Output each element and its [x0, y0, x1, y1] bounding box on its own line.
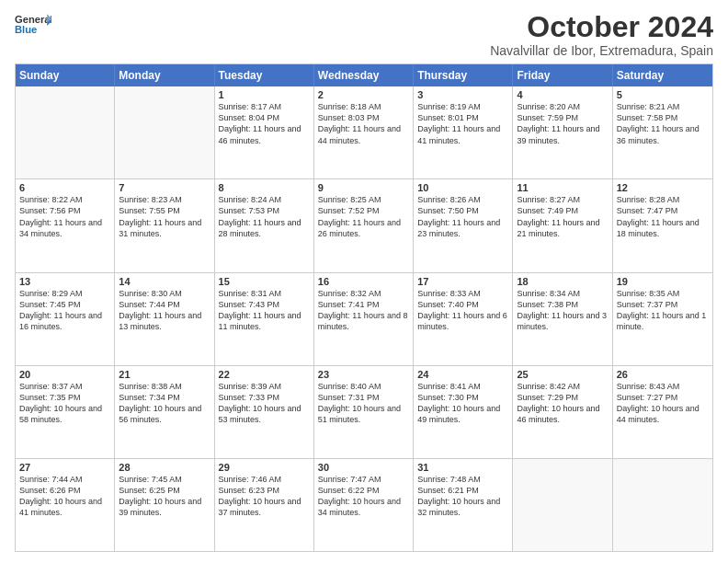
day-number: 14: [119, 276, 210, 287]
calendar-week-2: 6Sunrise: 8:22 AM Sunset: 7:56 PM Daylig…: [16, 179, 712, 272]
day-number: 17: [417, 276, 508, 287]
cell-info: Sunrise: 7:46 AM Sunset: 6:23 PM Dayligh…: [219, 474, 310, 519]
table-row: 13Sunrise: 8:29 AM Sunset: 7:45 PM Dayli…: [16, 273, 115, 365]
day-number: 2: [318, 89, 409, 100]
table-row: 1Sunrise: 8:17 AM Sunset: 8:04 PM Daylig…: [215, 86, 314, 178]
table-row: 16Sunrise: 8:32 AM Sunset: 7:41 PM Dayli…: [314, 273, 414, 365]
table-row: 21Sunrise: 8:38 AM Sunset: 7:34 PM Dayli…: [115, 366, 214, 458]
table-row: 31Sunrise: 7:48 AM Sunset: 6:21 PM Dayli…: [414, 459, 513, 551]
day-number: 11: [517, 182, 608, 193]
calendar-week-3: 13Sunrise: 8:29 AM Sunset: 7:45 PM Dayli…: [16, 273, 712, 366]
cell-info: Sunrise: 8:29 AM Sunset: 7:45 PM Dayligh…: [19, 288, 110, 333]
table-row: [613, 459, 712, 551]
table-row: 7Sunrise: 8:23 AM Sunset: 7:55 PM Daylig…: [115, 179, 214, 271]
table-row: 24Sunrise: 8:41 AM Sunset: 7:30 PM Dayli…: [414, 366, 513, 458]
day-number: 28: [119, 462, 210, 473]
calendar: SundayMondayTuesdayWednesdayThursdayFrid…: [15, 63, 713, 552]
logo-icon: General Blue: [15, 11, 51, 40]
cell-info: Sunrise: 8:30 AM Sunset: 7:44 PM Dayligh…: [119, 288, 210, 333]
day-number: 13: [19, 276, 110, 287]
header: General Blue October 2024 Navalvillar de…: [15, 11, 713, 58]
day-number: 22: [219, 369, 310, 380]
logo: General Blue: [15, 11, 51, 40]
day-number: 15: [219, 276, 310, 287]
cell-info: Sunrise: 8:23 AM Sunset: 7:55 PM Dayligh…: [119, 194, 210, 239]
day-number: 27: [19, 462, 110, 473]
cell-info: Sunrise: 8:32 AM Sunset: 7:41 PM Dayligh…: [318, 288, 409, 333]
cell-info: Sunrise: 8:39 AM Sunset: 7:33 PM Dayligh…: [219, 381, 310, 426]
table-row: 29Sunrise: 7:46 AM Sunset: 6:23 PM Dayli…: [215, 459, 314, 551]
day-number: 3: [417, 89, 508, 100]
day-number: 8: [219, 182, 310, 193]
table-row: 25Sunrise: 8:42 AM Sunset: 7:29 PM Dayli…: [513, 366, 612, 458]
day-number: 5: [617, 89, 709, 100]
day-header-monday: Monday: [115, 64, 214, 86]
cell-info: Sunrise: 7:45 AM Sunset: 6:25 PM Dayligh…: [119, 474, 210, 519]
cell-info: Sunrise: 8:31 AM Sunset: 7:43 PM Dayligh…: [219, 288, 310, 333]
cell-info: Sunrise: 8:18 AM Sunset: 8:03 PM Dayligh…: [318, 101, 409, 146]
day-header-tuesday: Tuesday: [215, 64, 314, 86]
cell-info: Sunrise: 8:38 AM Sunset: 7:34 PM Dayligh…: [119, 381, 210, 426]
cell-info: Sunrise: 8:17 AM Sunset: 8:04 PM Dayligh…: [219, 101, 310, 146]
cell-info: Sunrise: 8:37 AM Sunset: 7:35 PM Dayligh…: [19, 381, 110, 426]
day-number: 31: [417, 462, 508, 473]
day-number: 16: [318, 276, 409, 287]
day-header-saturday: Saturday: [613, 64, 712, 86]
cell-info: Sunrise: 8:24 AM Sunset: 7:53 PM Dayligh…: [219, 194, 310, 239]
day-number: 20: [19, 369, 110, 380]
calendar-week-4: 20Sunrise: 8:37 AM Sunset: 7:35 PM Dayli…: [16, 366, 712, 459]
table-row: 11Sunrise: 8:27 AM Sunset: 7:49 PM Dayli…: [513, 179, 612, 271]
day-header-wednesday: Wednesday: [314, 64, 414, 86]
cell-info: Sunrise: 7:48 AM Sunset: 6:21 PM Dayligh…: [417, 474, 508, 519]
calendar-subtitle: Navalvillar de Ibor, Extremadura, Spain: [490, 43, 713, 58]
day-number: 12: [617, 182, 709, 193]
day-number: 10: [417, 182, 508, 193]
table-row: 10Sunrise: 8:26 AM Sunset: 7:50 PM Dayli…: [414, 179, 513, 271]
table-row: 27Sunrise: 7:44 AM Sunset: 6:26 PM Dayli…: [16, 459, 115, 551]
table-row: [513, 459, 612, 551]
day-number: 19: [617, 276, 709, 287]
cell-info: Sunrise: 7:47 AM Sunset: 6:22 PM Dayligh…: [318, 474, 409, 519]
table-row: 30Sunrise: 7:47 AM Sunset: 6:22 PM Dayli…: [314, 459, 414, 551]
day-number: 4: [517, 89, 608, 100]
day-number: 21: [119, 369, 210, 380]
day-number: 6: [19, 182, 110, 193]
table-row: 6Sunrise: 8:22 AM Sunset: 7:56 PM Daylig…: [16, 179, 115, 271]
cell-info: Sunrise: 8:19 AM Sunset: 8:01 PM Dayligh…: [417, 101, 508, 146]
table-row: 23Sunrise: 8:40 AM Sunset: 7:31 PM Dayli…: [314, 366, 414, 458]
table-row: 14Sunrise: 8:30 AM Sunset: 7:44 PM Dayli…: [115, 273, 214, 365]
day-number: 26: [617, 369, 709, 380]
table-row: 19Sunrise: 8:35 AM Sunset: 7:37 PM Dayli…: [613, 273, 712, 365]
cell-info: Sunrise: 8:27 AM Sunset: 7:49 PM Dayligh…: [517, 194, 608, 239]
day-number: 9: [318, 182, 409, 193]
day-number: 18: [517, 276, 608, 287]
cell-info: Sunrise: 8:35 AM Sunset: 7:37 PM Dayligh…: [617, 288, 709, 333]
table-row: 5Sunrise: 8:21 AM Sunset: 7:58 PM Daylig…: [613, 86, 712, 178]
cell-info: Sunrise: 8:40 AM Sunset: 7:31 PM Dayligh…: [318, 381, 409, 426]
table-row: 12Sunrise: 8:28 AM Sunset: 7:47 PM Dayli…: [613, 179, 712, 271]
calendar-title: October 2024: [490, 11, 713, 43]
day-number: 7: [119, 182, 210, 193]
day-number: 30: [318, 462, 409, 473]
table-row: 15Sunrise: 8:31 AM Sunset: 7:43 PM Dayli…: [215, 273, 314, 365]
table-row: 28Sunrise: 7:45 AM Sunset: 6:25 PM Dayli…: [115, 459, 214, 551]
calendar-week-5: 27Sunrise: 7:44 AM Sunset: 6:26 PM Dayli…: [16, 459, 712, 551]
table-row: 8Sunrise: 8:24 AM Sunset: 7:53 PM Daylig…: [215, 179, 314, 271]
cell-info: Sunrise: 8:28 AM Sunset: 7:47 PM Dayligh…: [617, 194, 709, 239]
table-row: 26Sunrise: 8:43 AM Sunset: 7:27 PM Dayli…: [613, 366, 712, 458]
cell-info: Sunrise: 8:22 AM Sunset: 7:56 PM Dayligh…: [19, 194, 110, 239]
cell-info: Sunrise: 8:33 AM Sunset: 7:40 PM Dayligh…: [417, 288, 508, 333]
cell-info: Sunrise: 8:41 AM Sunset: 7:30 PM Dayligh…: [417, 381, 508, 426]
table-row: [16, 86, 115, 178]
day-number: 24: [417, 369, 508, 380]
calendar-header: SundayMondayTuesdayWednesdayThursdayFrid…: [16, 64, 712, 86]
day-header-friday: Friday: [513, 64, 612, 86]
day-header-sunday: Sunday: [16, 64, 115, 86]
cell-info: Sunrise: 8:34 AM Sunset: 7:38 PM Dayligh…: [517, 288, 608, 333]
calendar-body: 1Sunrise: 8:17 AM Sunset: 8:04 PM Daylig…: [16, 86, 712, 551]
table-row: 22Sunrise: 8:39 AM Sunset: 7:33 PM Dayli…: [215, 366, 314, 458]
cell-info: Sunrise: 7:44 AM Sunset: 6:26 PM Dayligh…: [19, 474, 110, 519]
day-header-thursday: Thursday: [414, 64, 513, 86]
table-row: 9Sunrise: 8:25 AM Sunset: 7:52 PM Daylig…: [314, 179, 414, 271]
table-row: 20Sunrise: 8:37 AM Sunset: 7:35 PM Dayli…: [16, 366, 115, 458]
